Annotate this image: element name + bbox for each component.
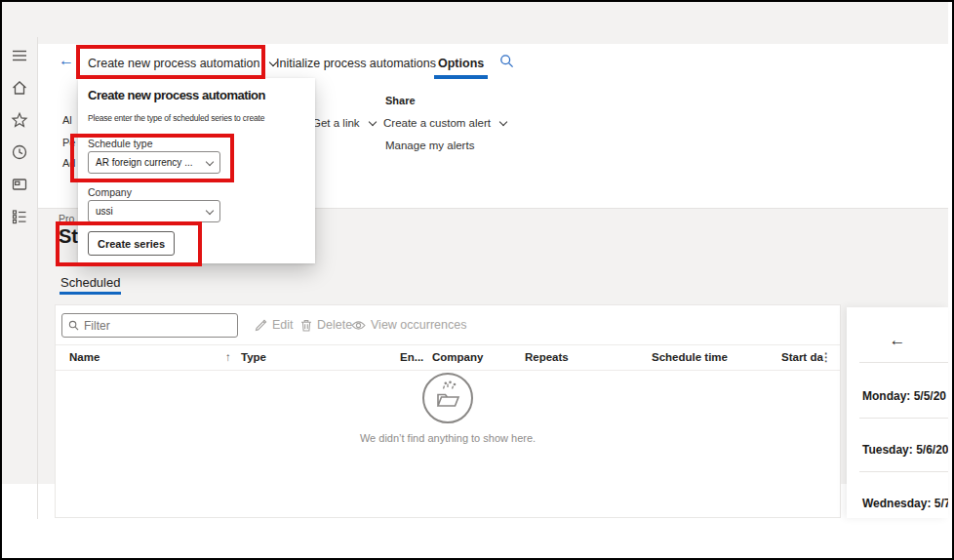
schedule-type-label: Schedule type xyxy=(88,138,153,149)
filter-input[interactable] xyxy=(84,319,231,333)
dialog-title: Create new process automation xyxy=(88,88,265,102)
panel-divider xyxy=(859,471,948,472)
panel-divider xyxy=(859,418,948,419)
sort-ascending-icon[interactable]: ↑ xyxy=(225,351,231,363)
column-header-repeats[interactable]: Repeats xyxy=(525,351,569,363)
tab-options[interactable]: Options xyxy=(438,57,484,70)
pencil-icon xyxy=(255,319,267,332)
company-dropdown[interactable]: ussi xyxy=(88,200,220,222)
empty-state-icon xyxy=(421,372,474,428)
create-custom-alert-label: Create a custom alert xyxy=(383,117,491,129)
workspaces-icon[interactable] xyxy=(11,176,28,193)
options-tab-underline xyxy=(434,75,488,79)
create-series-button[interactable]: Create series xyxy=(88,231,175,256)
date-list-item[interactable]: Monday: 5/5/20 xyxy=(862,389,946,403)
clipped-option-label[interactable]: Ad xyxy=(62,157,75,169)
app-window: Finance and Operations Accounts receivab… xyxy=(0,0,954,560)
schedule-type-dropdown[interactable]: AR foreign currency ... xyxy=(88,151,220,174)
trash-icon xyxy=(300,319,312,332)
column-options-icon[interactable]: ⋮ xyxy=(820,350,832,364)
create-custom-alert-menu-item[interactable]: Create a custom alert xyxy=(383,117,506,129)
create-new-label: Create new process automation xyxy=(88,57,259,70)
company-label: Company xyxy=(88,186,132,198)
chevron-down-icon xyxy=(206,206,214,214)
company-value: ussi xyxy=(96,206,113,217)
manage-my-alerts-menu-item[interactable]: Manage my alerts xyxy=(385,140,474,151)
column-header-enabled[interactable]: En... xyxy=(400,351,423,363)
clipped-option-label[interactable]: Al xyxy=(62,114,72,126)
occurrences-side-panel: ← Monday: 5/5/20 Tuesday: 5/6/202 Wednes… xyxy=(847,307,948,518)
delete-button[interactable]: Delete xyxy=(300,318,352,332)
initialize-process-automations-button[interactable]: Initialize process automations xyxy=(276,57,436,70)
panel-back-arrow-icon[interactable]: ← xyxy=(890,331,906,350)
date-list-item[interactable]: Wednesday: 5/7, xyxy=(862,497,948,510)
column-header-name[interactable]: Name xyxy=(69,351,99,363)
get-a-link-menu-item[interactable]: Get a link xyxy=(312,117,376,129)
modules-list-icon[interactable] xyxy=(11,208,28,225)
back-arrow-icon[interactable]: ← xyxy=(59,52,74,69)
edit-button[interactable]: Edit xyxy=(255,318,294,332)
get-a-link-label: Get a link xyxy=(312,117,360,129)
filter-search-icon xyxy=(68,317,79,335)
page-caption-fragment: Pro xyxy=(59,213,74,224)
empty-state-message: We didn’t find anything to show here. xyxy=(56,432,840,444)
favorites-star-icon[interactable] xyxy=(11,111,28,129)
clipped-option-label[interactable]: Pe xyxy=(62,137,75,148)
grid-header-row: Name ↑ Type En... Company Repeats Schedu… xyxy=(56,344,840,371)
scheduled-tab-underline xyxy=(60,292,121,295)
filter-field[interactable] xyxy=(61,313,238,338)
search-icon[interactable] xyxy=(499,54,514,72)
column-header-type[interactable]: Type xyxy=(241,351,266,363)
eye-icon xyxy=(351,320,366,331)
edit-label: Edit xyxy=(272,318,294,332)
chevron-down-icon xyxy=(206,157,214,165)
create-new-process-automation-button[interactable]: Create new process automation xyxy=(88,57,276,70)
panel-divider xyxy=(859,362,948,363)
share-group-label: Share xyxy=(385,95,416,106)
left-navigation-rail xyxy=(2,47,37,225)
view-occurrences-label: View occurrences xyxy=(371,318,466,332)
create-process-automation-dialog: Create new process automation Please ent… xyxy=(78,78,315,263)
view-occurrences-button[interactable]: View occurrences xyxy=(351,318,466,332)
schedule-type-value: AR foreign currency ... xyxy=(96,157,192,168)
date-list-item[interactable]: Tuesday: 5/6/202 xyxy=(862,443,948,457)
chevron-down-icon xyxy=(369,118,377,126)
home-icon[interactable] xyxy=(11,79,28,97)
column-header-start-date[interactable]: Start da xyxy=(781,351,823,363)
dialog-subtitle: Please enter the type of scheduled serie… xyxy=(88,113,264,123)
hamburger-menu-icon[interactable] xyxy=(11,47,28,64)
column-header-schedule-time[interactable]: Schedule time xyxy=(652,351,728,363)
scheduled-series-grid-card: Edit Delete View occurrences Name ↑ Type… xyxy=(55,304,841,518)
column-header-company[interactable]: Company xyxy=(432,351,483,363)
delete-label: Delete xyxy=(317,318,352,332)
recent-clock-icon[interactable] xyxy=(11,143,28,161)
chevron-down-icon xyxy=(499,118,507,126)
tab-scheduled[interactable]: Scheduled xyxy=(60,275,120,290)
